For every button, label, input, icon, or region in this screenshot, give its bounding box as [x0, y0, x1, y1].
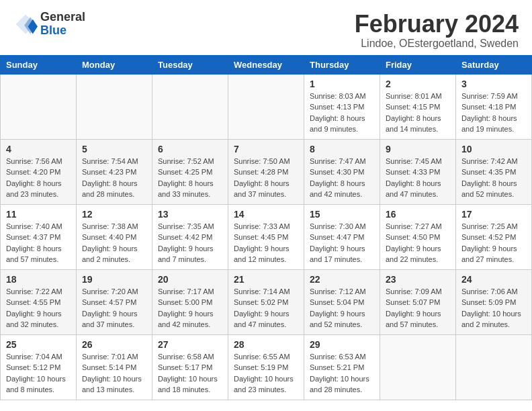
calendar-cell: 10Sunrise: 7:42 AMSunset: 4:35 PMDayligh… — [456, 139, 532, 204]
calendar-cell — [456, 334, 532, 400]
weekday-header-row: SundayMondayTuesdayWednesdayThursdayFrid… — [1, 55, 532, 74]
day-number: 25 — [6, 339, 71, 350]
day-detail: Sunrise: 7:42 AMSunset: 4:35 PMDaylight:… — [461, 156, 526, 200]
day-number: 15 — [310, 209, 374, 220]
title-section: February 2024 Lindoe, OEstergoetland, Sw… — [355, 11, 519, 50]
weekday-header-friday: Friday — [380, 55, 456, 74]
day-number: 1 — [310, 79, 374, 89]
day-detail: Sunrise: 7:30 AMSunset: 4:47 PMDaylight:… — [310, 221, 374, 265]
day-number: 13 — [158, 209, 222, 220]
day-number: 19 — [82, 274, 146, 285]
calendar-cell: 18Sunrise: 7:22 AMSunset: 4:55 PMDayligh… — [1, 269, 77, 334]
calendar-week-row: 11Sunrise: 7:40 AMSunset: 4:37 PMDayligh… — [1, 204, 532, 269]
logo-blue: Blue — [40, 24, 85, 38]
day-number: 5 — [82, 144, 146, 154]
calendar-week-row: 25Sunrise: 7:04 AMSunset: 5:12 PMDayligh… — [1, 334, 532, 400]
day-detail: Sunrise: 6:58 AMSunset: 5:17 PMDaylight:… — [158, 351, 222, 396]
day-detail: Sunrise: 7:47 AMSunset: 4:30 PMDaylight:… — [310, 156, 374, 200]
calendar-cell: 20Sunrise: 7:17 AMSunset: 5:00 PMDayligh… — [152, 269, 228, 334]
day-number: 6 — [158, 144, 222, 154]
day-detail: Sunrise: 7:59 AMSunset: 4:18 PMDaylight:… — [461, 91, 526, 135]
day-detail: Sunrise: 7:12 AMSunset: 5:04 PMDaylight:… — [310, 286, 374, 330]
calendar-cell: 1Sunrise: 8:03 AMSunset: 4:13 PMDaylight… — [304, 74, 380, 139]
day-detail: Sunrise: 7:38 AMSunset: 4:40 PMDaylight:… — [82, 221, 146, 265]
calendar-cell: 23Sunrise: 7:09 AMSunset: 5:07 PMDayligh… — [380, 269, 456, 334]
weekday-header-thursday: Thursday — [304, 55, 380, 74]
day-detail: Sunrise: 7:27 AMSunset: 4:50 PMDaylight:… — [386, 221, 450, 265]
calendar-cell: 17Sunrise: 7:25 AMSunset: 4:52 PMDayligh… — [456, 204, 532, 269]
day-detail: Sunrise: 7:25 AMSunset: 4:52 PMDaylight:… — [461, 221, 526, 265]
day-number: 2 — [386, 79, 450, 89]
calendar-cell: 2Sunrise: 8:01 AMSunset: 4:15 PMDaylight… — [380, 74, 456, 139]
day-detail: Sunrise: 7:01 AMSunset: 5:14 PMDaylight:… — [82, 351, 146, 396]
day-detail: Sunrise: 7:35 AMSunset: 4:42 PMDaylight:… — [158, 221, 222, 265]
day-number: 8 — [310, 144, 374, 154]
page-header: General Blue February 2024 Lindoe, OEste… — [0, 0, 532, 55]
day-number: 10 — [461, 144, 526, 154]
day-detail: Sunrise: 6:55 AMSunset: 5:19 PMDaylight:… — [234, 351, 298, 396]
calendar-cell: 28Sunrise: 6:55 AMSunset: 5:19 PMDayligh… — [228, 334, 304, 400]
day-number: 23 — [386, 274, 450, 285]
day-detail: Sunrise: 7:20 AMSunset: 4:57 PMDaylight:… — [82, 286, 146, 330]
weekday-header-monday: Monday — [77, 55, 152, 74]
day-number: 29 — [310, 339, 374, 350]
day-number: 14 — [234, 209, 298, 220]
day-detail: Sunrise: 7:52 AMSunset: 4:25 PMDaylight:… — [158, 156, 222, 200]
calendar-cell: 15Sunrise: 7:30 AMSunset: 4:47 PMDayligh… — [304, 204, 380, 269]
day-detail: Sunrise: 7:14 AMSunset: 5:02 PMDaylight:… — [234, 286, 298, 330]
calendar-cell: 27Sunrise: 6:58 AMSunset: 5:17 PMDayligh… — [152, 334, 228, 400]
calendar-cell — [380, 334, 456, 400]
day-detail: Sunrise: 7:09 AMSunset: 5:07 PMDaylight:… — [386, 286, 450, 330]
calendar-cell: 7Sunrise: 7:50 AMSunset: 4:28 PMDaylight… — [228, 139, 304, 204]
day-number: 11 — [6, 209, 71, 220]
day-number: 7 — [234, 144, 298, 154]
day-detail: Sunrise: 6:53 AMSunset: 5:21 PMDaylight:… — [310, 351, 374, 396]
calendar-cell: 22Sunrise: 7:12 AMSunset: 5:04 PMDayligh… — [304, 269, 380, 334]
day-detail: Sunrise: 8:01 AMSunset: 4:15 PMDaylight:… — [386, 91, 450, 135]
day-detail: Sunrise: 7:17 AMSunset: 5:00 PMDaylight:… — [158, 286, 222, 330]
calendar-cell: 8Sunrise: 7:47 AMSunset: 4:30 PMDaylight… — [304, 139, 380, 204]
day-number: 24 — [461, 274, 526, 285]
calendar-week-row: 18Sunrise: 7:22 AMSunset: 4:55 PMDayligh… — [1, 269, 532, 334]
day-number: 26 — [82, 339, 146, 350]
calendar-cell: 24Sunrise: 7:06 AMSunset: 5:09 PMDayligh… — [456, 269, 532, 334]
weekday-header-saturday: Saturday — [456, 55, 532, 74]
calendar-cell: 14Sunrise: 7:33 AMSunset: 4:45 PMDayligh… — [228, 204, 304, 269]
calendar-cell: 9Sunrise: 7:45 AMSunset: 4:33 PMDaylight… — [380, 139, 456, 204]
calendar-cell: 16Sunrise: 7:27 AMSunset: 4:50 PMDayligh… — [380, 204, 456, 269]
calendar-cell: 4Sunrise: 7:56 AMSunset: 4:20 PMDaylight… — [1, 139, 77, 204]
day-number: 28 — [234, 339, 298, 350]
calendar-cell: 21Sunrise: 7:14 AMSunset: 5:02 PMDayligh… — [228, 269, 304, 334]
logo-general: General — [40, 11, 85, 24]
day-number: 16 — [386, 209, 450, 220]
calendar: SundayMondayTuesdayWednesdayThursdayFrid… — [0, 55, 532, 400]
calendar-cell: 12Sunrise: 7:38 AMSunset: 4:40 PMDayligh… — [77, 204, 152, 269]
day-detail: Sunrise: 8:03 AMSunset: 4:13 PMDaylight:… — [310, 91, 374, 135]
day-number: 3 — [461, 79, 526, 89]
calendar-cell: 3Sunrise: 7:59 AMSunset: 4:18 PMDaylight… — [456, 74, 532, 139]
day-detail: Sunrise: 7:06 AMSunset: 5:09 PMDaylight:… — [461, 286, 526, 330]
calendar-cell: 5Sunrise: 7:54 AMSunset: 4:23 PMDaylight… — [77, 139, 152, 204]
calendar-cell — [228, 74, 304, 139]
weekday-header-tuesday: Tuesday — [152, 55, 228, 74]
calendar-cell: 19Sunrise: 7:20 AMSunset: 4:57 PMDayligh… — [77, 269, 152, 334]
day-detail: Sunrise: 7:56 AMSunset: 4:20 PMDaylight:… — [6, 156, 71, 200]
calendar-week-row: 4Sunrise: 7:56 AMSunset: 4:20 PMDaylight… — [1, 139, 532, 204]
day-number: 18 — [6, 274, 71, 285]
day-number: 21 — [234, 274, 298, 285]
logo-icon — [13, 12, 38, 36]
day-number: 20 — [158, 274, 222, 285]
calendar-cell — [77, 74, 152, 139]
day-number: 12 — [82, 209, 146, 220]
calendar-week-row: 1Sunrise: 8:03 AMSunset: 4:13 PMDaylight… — [1, 74, 532, 139]
day-detail: Sunrise: 7:54 AMSunset: 4:23 PMDaylight:… — [82, 156, 146, 200]
weekday-header-wednesday: Wednesday — [228, 55, 304, 74]
calendar-cell: 25Sunrise: 7:04 AMSunset: 5:12 PMDayligh… — [1, 334, 77, 400]
logo: General Blue — [13, 11, 85, 38]
day-number: 9 — [386, 144, 450, 154]
day-detail: Sunrise: 7:22 AMSunset: 4:55 PMDaylight:… — [6, 286, 71, 330]
main-title: February 2024 — [355, 11, 519, 38]
day-number: 27 — [158, 339, 222, 350]
calendar-cell — [1, 74, 77, 139]
calendar-cell: 29Sunrise: 6:53 AMSunset: 5:21 PMDayligh… — [304, 334, 380, 400]
